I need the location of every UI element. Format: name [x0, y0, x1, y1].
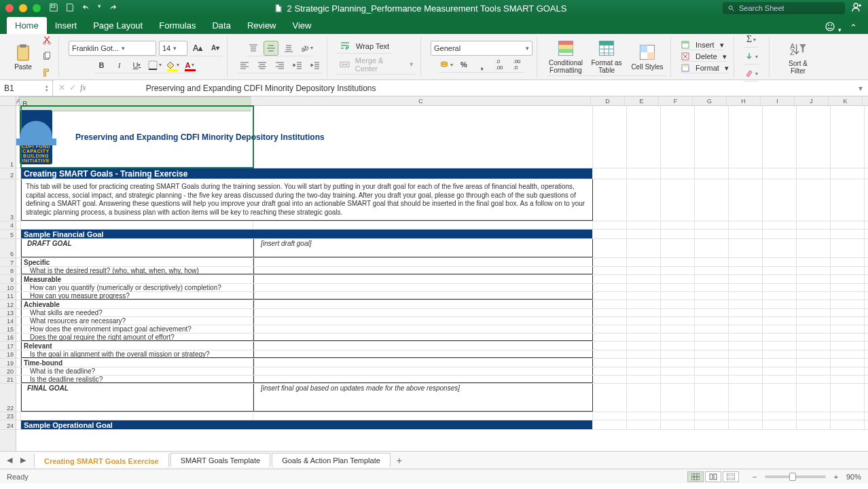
increase-decimal-icon[interactable]: .0.00	[492, 57, 507, 72]
cell[interactable]	[695, 325, 729, 333]
cell[interactable]	[729, 230, 763, 238]
cell[interactable]	[831, 284, 865, 291]
cell[interactable]: How can you measure progress?	[21, 292, 253, 300]
formula-input[interactable]: Preserving and Expanding CDFI Minority D…	[92, 84, 853, 93]
cell[interactable]	[627, 350, 661, 358]
percent-icon[interactable]: %	[456, 57, 471, 72]
cell[interactable]	[16, 275, 21, 283]
cell[interactable]	[763, 333, 797, 341]
cell[interactable]	[661, 258, 695, 266]
cell[interactable]	[661, 221, 695, 229]
cell[interactable]	[763, 384, 797, 412]
cell[interactable]	[627, 317, 661, 325]
cell[interactable]	[627, 284, 661, 291]
cell[interactable]	[729, 275, 763, 283]
cell[interactable]: DRAFT GOAL	[21, 239, 253, 257]
cell[interactable]	[253, 267, 593, 274]
cancel-formula-icon[interactable]: ✕	[58, 83, 65, 93]
cell[interactable]	[763, 420, 797, 429]
cell[interactable]	[695, 230, 729, 238]
cell[interactable]	[16, 342, 21, 350]
cell[interactable]	[16, 333, 21, 341]
sheet-nav-next-icon[interactable]: ▶	[18, 454, 29, 466]
cell[interactable]	[797, 359, 831, 367]
cell[interactable]	[797, 168, 831, 179]
cell[interactable]	[695, 300, 729, 308]
col-header[interactable]: J	[795, 96, 829, 105]
tab-review[interactable]: Review	[239, 17, 285, 34]
cell[interactable]	[253, 106, 593, 168]
cell[interactable]	[593, 300, 627, 308]
cell[interactable]	[16, 230, 21, 238]
cell[interactable]	[16, 258, 21, 266]
cell[interactable]	[763, 376, 797, 383]
cell[interactable]: Relevant	[21, 342, 253, 350]
cell[interactable]	[16, 350, 21, 358]
conditional-formatting-button[interactable]: Conditional Formatting	[547, 37, 585, 75]
cell[interactable]	[763, 367, 797, 375]
cell[interactable]	[797, 292, 831, 300]
cell[interactable]	[16, 267, 21, 274]
border-icon[interactable]	[147, 58, 162, 73]
row-header[interactable]: 19	[0, 359, 16, 367]
cell[interactable]	[627, 258, 661, 266]
align-right-icon[interactable]	[272, 58, 287, 73]
cell[interactable]	[797, 384, 831, 412]
cell[interactable]	[729, 179, 763, 221]
fill-down-icon[interactable]	[744, 49, 759, 64]
close-window-button[interactable]	[5, 4, 14, 12]
cell[interactable]	[831, 221, 865, 229]
cell[interactable]	[797, 317, 831, 325]
cut-icon[interactable]	[39, 33, 54, 48]
cell[interactable]	[16, 168, 21, 179]
cell[interactable]	[661, 267, 695, 274]
cell[interactable]	[593, 420, 627, 429]
cell[interactable]	[763, 317, 797, 325]
cell[interactable]	[695, 420, 729, 429]
minimize-window-button[interactable]	[19, 4, 27, 12]
cell[interactable]	[831, 317, 865, 325]
cell[interactable]	[729, 333, 763, 341]
cell[interactable]	[831, 258, 865, 266]
cell[interactable]: Does the goal require the right amount o…	[21, 333, 253, 341]
cell[interactable]	[797, 179, 831, 221]
cell[interactable]	[797, 420, 831, 429]
cell[interactable]	[627, 420, 661, 429]
cell[interactable]	[661, 325, 695, 333]
cell[interactable]	[16, 325, 21, 333]
cell[interactable]	[763, 325, 797, 333]
cell[interactable]	[253, 300, 593, 308]
cell[interactable]	[831, 342, 865, 350]
cell[interactable]	[695, 350, 729, 358]
cell[interactable]	[695, 367, 729, 375]
cell[interactable]	[661, 230, 695, 238]
cell[interactable]	[627, 412, 661, 420]
orientation-icon[interactable]: ab	[299, 41, 314, 56]
format-painter-icon[interactable]	[39, 65, 54, 80]
cell[interactable]	[763, 350, 797, 358]
sheet-tab[interactable]: Goals & Action Plan Template	[272, 453, 391, 467]
cell[interactable]	[763, 267, 797, 274]
column-headers[interactable]: A B C D E F G H I J K	[16, 96, 868, 106]
cell[interactable]	[831, 230, 865, 238]
maximize-window-button[interactable]	[33, 4, 41, 12]
cell[interactable]	[831, 384, 865, 412]
cell[interactable]	[729, 309, 763, 316]
cell[interactable]	[593, 258, 627, 266]
cell[interactable]: Time-bound	[21, 359, 253, 367]
cell[interactable]	[627, 342, 661, 350]
row-header[interactable]: 14	[0, 317, 16, 325]
cell[interactable]	[695, 359, 729, 367]
row-header[interactable]: 23	[0, 412, 16, 420]
row-header[interactable]: 13	[0, 309, 16, 317]
cell[interactable]	[627, 333, 661, 341]
cell[interactable]	[729, 342, 763, 350]
copy-icon[interactable]	[39, 49, 54, 64]
cell[interactable]	[253, 325, 593, 333]
currency-icon[interactable]	[439, 57, 454, 72]
select-all-corner[interactable]	[0, 96, 16, 106]
decrease-indent-icon[interactable]	[290, 58, 305, 73]
confirm-formula-icon[interactable]: ✓	[69, 83, 76, 93]
cell[interactable]	[16, 284, 21, 291]
cell[interactable]	[593, 292, 627, 300]
